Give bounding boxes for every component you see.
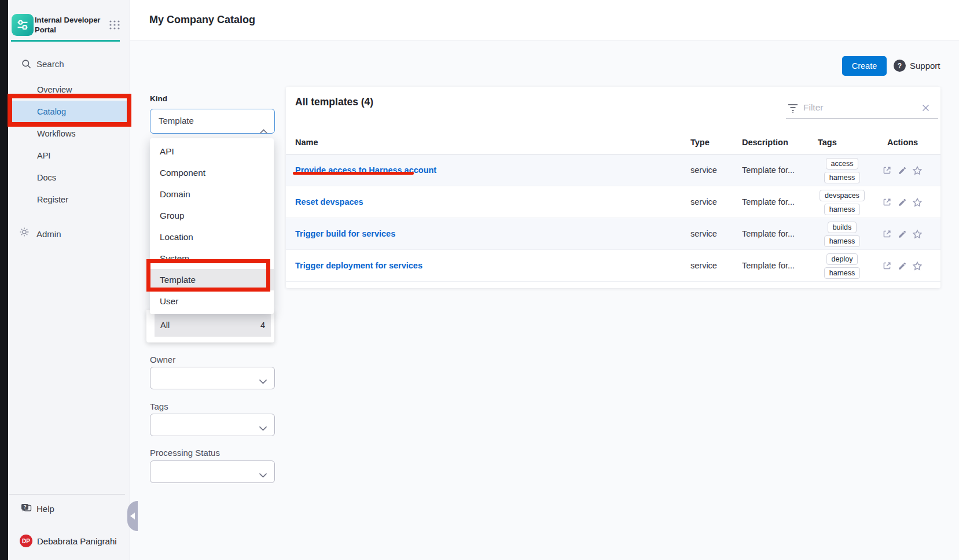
open-in-new-icon[interactable]: [882, 165, 892, 175]
window-edge: [0, 0, 8, 560]
tag-pill: deploy: [826, 253, 858, 265]
open-in-new-icon[interactable]: [882, 261, 892, 271]
sidebar-collapse-handle[interactable]: [127, 501, 138, 531]
row-actions: [882, 186, 923, 218]
table-row: Reset devspacesserviceTemplate for...dev…: [286, 186, 940, 218]
clear-filter-icon[interactable]: [921, 104, 930, 115]
page-header: My Company Catalog: [130, 0, 959, 40]
open-in-new-icon[interactable]: [882, 197, 892, 207]
support-button[interactable]: ? Support: [894, 60, 940, 72]
kind-option-domain[interactable]: Domain: [150, 183, 274, 205]
template-name-link[interactable]: Trigger deployment for services: [295, 250, 422, 282]
open-in-new-icon[interactable]: [882, 229, 892, 239]
help-label: Help: [36, 504, 54, 514]
column-header-tags: Tags: [818, 130, 837, 154]
user-menu[interactable]: DP Debabrata Panigrahi: [8, 532, 130, 551]
template-type: service: [690, 154, 717, 186]
favorite-star-icon[interactable]: [912, 261, 923, 271]
chevron-down-icon: [259, 423, 267, 433]
tag-pill: builds: [828, 222, 857, 233]
avatar: DP: [20, 535, 32, 547]
kind-count-all-label: All: [160, 320, 170, 330]
chevron-left-icon: [130, 513, 135, 520]
edit-icon[interactable]: [898, 166, 907, 175]
sidebar-nav: Overview Catalog Workflows API Docs Regi…: [9, 79, 127, 211]
edit-icon[interactable]: [898, 261, 907, 271]
tag-pill: devspaces: [820, 190, 865, 201]
kind-label: Kind: [150, 94, 167, 103]
sidebar-item-register[interactable]: Register: [9, 189, 127, 211]
sidebar-search[interactable]: Search: [8, 56, 130, 72]
tags-label: Tags: [150, 401, 168, 411]
sidebar-item-api[interactable]: API: [9, 145, 127, 167]
template-type: service: [690, 218, 717, 250]
templates-card: All templates (4) NameTypeDescriptionTag…: [286, 87, 940, 288]
favorite-star-icon[interactable]: [912, 229, 923, 240]
template-tags: deployharness: [807, 250, 877, 282]
help-chat-icon: ?: [21, 503, 32, 513]
sidebar-item-catalog[interactable]: Catalog: [9, 101, 127, 123]
create-button[interactable]: Create: [842, 56, 887, 76]
kind-option-user[interactable]: User: [150, 290, 274, 312]
edit-icon[interactable]: [898, 230, 907, 239]
sidebar-item-overview[interactable]: Overview: [9, 79, 127, 101]
search-label: Search: [36, 59, 64, 69]
sidebar-item-docs[interactable]: Docs: [9, 167, 127, 189]
kind-count-all-row[interactable]: All 4: [155, 313, 271, 337]
sidebar-item-admin[interactable]: Admin: [8, 226, 130, 244]
apps-grid-icon[interactable]: [109, 19, 120, 31]
kind-option-group[interactable]: Group: [150, 205, 274, 226]
page: Internal Developer Portal Search Overvie…: [0, 0, 959, 560]
column-header-actions: Actions: [887, 130, 918, 154]
kind-option-system[interactable]: System: [150, 248, 274, 269]
kind-option-location[interactable]: Location: [150, 226, 274, 248]
kind-dropdown-menu: APIComponentDomainGroupLocationSystemTem…: [150, 138, 274, 314]
templates-title: All templates (4): [295, 96, 373, 108]
tag-pill: harness: [824, 204, 860, 215]
template-tags: buildsharness: [807, 218, 877, 250]
chevron-down-icon: [259, 376, 267, 386]
template-name-link[interactable]: Provide access to Harness account: [295, 154, 436, 186]
column-header-description: Description: [742, 130, 788, 154]
kind-select[interactable]: Template: [150, 109, 275, 134]
column-header-type: Type: [690, 130, 710, 154]
kind-select-value: Template: [159, 116, 194, 126]
favorite-star-icon[interactable]: [912, 165, 923, 176]
tag-pill: access: [826, 158, 859, 170]
favorite-star-icon[interactable]: [912, 197, 923, 208]
kind-option-component[interactable]: Component: [150, 162, 274, 183]
template-name-link[interactable]: Trigger build for services: [295, 218, 395, 250]
processing-status-select[interactable]: [150, 460, 275, 483]
kind-option-api[interactable]: API: [150, 141, 274, 162]
content-area: Create ? Support Kind Template APICompon…: [130, 41, 959, 560]
chevron-down-icon: [259, 470, 267, 480]
filter-icon: [787, 103, 799, 113]
brand-divider: [11, 40, 120, 42]
row-actions: [882, 218, 923, 250]
processing-status-label: Processing Status: [150, 448, 220, 458]
app-title: Internal Developer Portal: [35, 16, 104, 35]
table-row: Provide access to Harness accountservice…: [286, 154, 940, 186]
template-description: Template for...: [742, 154, 795, 186]
table-rows: Provide access to Harness accountservice…: [286, 154, 940, 282]
tags-select[interactable]: [150, 414, 275, 436]
table-filter: [786, 97, 938, 119]
column-header-name: Name: [295, 130, 318, 154]
filter-input[interactable]: [803, 100, 911, 116]
sidebar-divider: [9, 494, 125, 495]
row-actions: [882, 154, 923, 186]
table-header: NameTypeDescriptionTagsActions: [286, 130, 940, 154]
sidebar-item-workflows[interactable]: Workflows: [9, 123, 127, 145]
question-mark-icon: ?: [894, 60, 906, 72]
tag-pill: harness: [824, 172, 860, 183]
help-button[interactable]: ? Help: [8, 500, 130, 518]
edit-icon[interactable]: [898, 198, 907, 207]
kind-counts-card: All 4: [146, 310, 274, 342]
owner-select[interactable]: [150, 367, 275, 389]
template-name-link[interactable]: Reset devspaces: [295, 186, 363, 218]
support-label: Support: [910, 61, 940, 71]
svg-text:?: ?: [23, 504, 26, 510]
kind-option-template[interactable]: Template: [150, 269, 274, 290]
main-area: My Company Catalog Create ? Support Kind…: [130, 0, 959, 560]
tag-pill: harness: [824, 235, 860, 247]
